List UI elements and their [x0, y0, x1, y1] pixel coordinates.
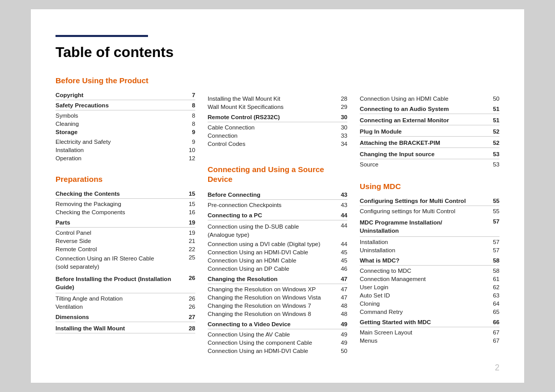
- mdc-section: Using MDC Configuring Settings for Multi…: [360, 182, 499, 345]
- col1: Before Using the Product Copyright 7 Saf…: [55, 76, 208, 341]
- toc-row: Connection Using an HDMI-DVI Cable 45: [208, 248, 347, 256]
- toc-row: Storage 9: [55, 128, 195, 137]
- toc-row: Connecting to a PC 44: [208, 211, 347, 220]
- toc-row: Source 53: [360, 160, 499, 169]
- toc-row: Connecting to MDC 58: [360, 267, 499, 275]
- toc-row: Connection Using an HDMI Cable 50: [360, 95, 499, 103]
- toc-row: Connecting to an Audio System 51: [360, 105, 499, 114]
- toc-row: Connection Using an HDMI Cable 45: [208, 256, 347, 265]
- hdmi-section: Connection Using an HDMI Cable 50 Connec…: [360, 95, 499, 169]
- toc-row: Before Connecting 43: [208, 191, 347, 200]
- page-number: 2: [495, 363, 499, 372]
- toc-row: Cleaning 8: [55, 120, 195, 128]
- toc-row: Changing the Input source 53: [360, 150, 499, 159]
- toc-row: Command Retry 65: [360, 308, 499, 316]
- toc-row: Ventilation 26: [55, 303, 195, 311]
- toc-row: Installation 57: [360, 238, 499, 246]
- toc-row: Cloning 64: [360, 300, 499, 308]
- toc-row: Main Screen Layout 67: [360, 328, 499, 337]
- toc-row: Connection using the D-SUB cable(Analogu…: [208, 221, 347, 240]
- col2: Installing the Wall Mount Kit 28 Wall Mo…: [208, 76, 360, 362]
- toc-row: Connecting an External Monitor 51: [360, 116, 499, 125]
- toc-row: Removing the Packaging 15: [55, 200, 195, 208]
- toc-row: Safety Precautions 8: [55, 101, 195, 110]
- toc-row: Changing the Resolution on Windows 7 48: [208, 302, 347, 310]
- toc-row: Cable Connection 30: [208, 123, 347, 132]
- preparations-title: Preparations: [55, 175, 195, 183]
- toc-row: Uninstallation 57: [360, 246, 499, 254]
- toc-row: Menus 67: [360, 337, 499, 345]
- toc-row: Parts 19: [55, 218, 195, 228]
- toc-row: Changing the Resolution on Windows 8 48: [208, 310, 347, 318]
- toc-row: Connection Using the AV Cable 49: [208, 330, 347, 339]
- toc-row: Before Installing the Product (Installat…: [55, 274, 195, 293]
- toc-row: User Login 62: [360, 283, 499, 291]
- toc-row: Copyright 7: [55, 91, 195, 100]
- toc-row: Connection Using an HDMI-DVI Cable 50: [208, 347, 347, 355]
- toc-row: MDC Programme Installation/Uninstallatio…: [360, 217, 499, 237]
- before-using-section: Before Using the Product Copyright 7 Saf…: [55, 76, 195, 162]
- title-bar: [55, 35, 148, 37]
- col3: Connection Using an HDMI Cable 50 Connec…: [360, 76, 499, 352]
- toc-row: Remote Control (RS232C) 30: [208, 113, 347, 122]
- toc-columns: Before Using the Product Copyright 7 Saf…: [55, 76, 499, 362]
- toc-row: Connection Using the component Cable 49: [208, 339, 347, 347]
- toc-row: Checking the Components 16: [55, 208, 195, 216]
- page-title: Table of contents: [55, 44, 499, 61]
- toc-row: Checking the Contents 15: [55, 190, 195, 199]
- connecting-title: Connecting and Using a SourceDevice: [208, 164, 347, 184]
- toc-row: Changing the Resolution on Windows XP 47: [208, 285, 347, 293]
- toc-row: Connection 33: [208, 132, 347, 140]
- toc-row: Installing the Wall Mount 28: [55, 324, 195, 333]
- toc-row: Control Codes 34: [208, 140, 347, 148]
- toc-row: Configuring Settings for Multi Control 5…: [360, 197, 499, 206]
- toc-row: Wall Mount Kit Specifications 29: [208, 103, 347, 111]
- toc-row: Symbols 8: [55, 111, 195, 120]
- toc-row: Plug In Module 52: [360, 127, 499, 137]
- toc-row: Reverse Side 21: [55, 237, 195, 245]
- toc-row: Operation 12: [55, 154, 195, 162]
- page: Table of contents Before Using the Produ…: [31, 9, 524, 383]
- preparations-section: Preparations Checking the Contents 15 Re…: [55, 175, 195, 333]
- toc-row: Connection using a DVI cable (Digital ty…: [208, 240, 347, 248]
- toc-row: Getting Started with MDC 66: [360, 318, 499, 327]
- toc-row: Pre-connection Checkpoints 43: [208, 201, 347, 209]
- wall-mount-section: Installing the Wall Mount Kit 28 Wall Mo…: [208, 95, 347, 148]
- toc-row: What is MDC? 58: [360, 256, 499, 266]
- toc-row: Installing the Wall Mount Kit 28: [208, 95, 347, 103]
- connecting-section: Connecting and Using a SourceDevice Befo…: [208, 164, 347, 355]
- toc-row: Connecting to a Video Device 49: [208, 320, 347, 329]
- toc-row: Connection Using an IR Stereo Cable(sold…: [55, 253, 195, 272]
- toc-row: Remote Control 22: [55, 245, 195, 253]
- toc-row: Dimensions 27: [55, 313, 195, 322]
- toc-row: Installation 10: [55, 146, 195, 154]
- toc-row: Connection Using an DP Cable 46: [208, 265, 347, 273]
- mdc-title: Using MDC: [360, 182, 499, 191]
- toc-row: Electricity and Safety 9: [55, 138, 195, 146]
- toc-row: Tilting Angle and Rotation 26: [55, 294, 195, 303]
- toc-row: Changing the Resolution 47: [208, 275, 347, 284]
- toc-row: Control Panel 19: [55, 229, 195, 237]
- toc-row: Connection Management 61: [360, 275, 499, 283]
- before-using-title: Before Using the Product: [55, 76, 195, 85]
- toc-row: Attaching the BRACKET-PIM 52: [360, 139, 499, 148]
- toc-row: Changing the Resolution on Windows Vista…: [208, 293, 347, 302]
- toc-row: Configuring settings for Multi Control 5…: [360, 207, 499, 215]
- toc-row: Auto Set ID 63: [360, 291, 499, 300]
